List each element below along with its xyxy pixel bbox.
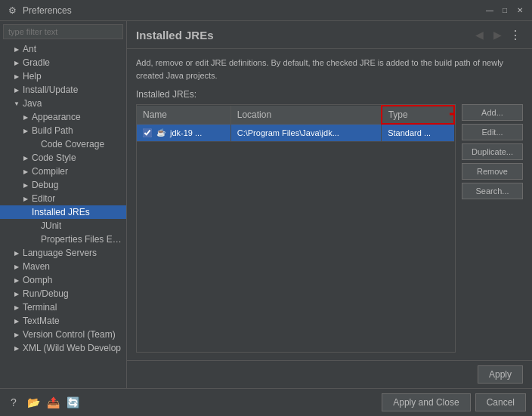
- chevron-right-icon: ▶: [12, 303, 21, 312]
- tree-container: ▶ Ant ▶ Gradle ▶ Help ▶ Install/Update ▼…: [0, 42, 126, 388]
- sidebar-item-label: Properties Files Editor: [41, 234, 123, 245]
- sidebar-item-label: Version Control (Team): [23, 329, 116, 340]
- sidebar-item-label: Code Style: [32, 153, 76, 163]
- chevron-right-icon: ▶: [21, 126, 30, 135]
- sidebar-item-help[interactable]: ▶ Help: [0, 69, 126, 83]
- panel-nav: ◀ ▶ ⋮: [472, 27, 523, 42]
- chevron-right-icon: ▶: [12, 316, 21, 325]
- sidebar-item-terminal[interactable]: ▶ Terminal: [0, 300, 126, 314]
- refresh-icon[interactable]: 🔄: [65, 395, 80, 410]
- jre-table: Name Location Type: [137, 105, 455, 142]
- edit-button[interactable]: Edit...: [462, 124, 523, 140]
- jre-name-cell: ☕ jdk-19 ...: [137, 124, 230, 141]
- chevron-right-icon: ▶: [12, 330, 21, 339]
- export-icon[interactable]: 📤: [45, 395, 60, 410]
- jre-table-container: Name Location Type: [136, 104, 523, 353]
- sidebar-item-run-debug[interactable]: ▶ Run/Debug: [0, 287, 126, 300]
- sidebar-item-maven[interactable]: ▶ Maven: [0, 260, 126, 273]
- panel-menu-button[interactable]: ⋮: [508, 27, 523, 42]
- chevron-right-icon: ▶: [12, 85, 21, 94]
- sidebar-item-xml[interactable]: ▶ XML (Wild Web Develop: [0, 341, 126, 355]
- sidebar-item-label: Java: [23, 98, 42, 109]
- sidebar-item-label: Maven: [23, 261, 50, 272]
- sidebar-item-label: Language Servers: [23, 248, 97, 258]
- sidebar-item-appearance[interactable]: ▶ Appearance: [0, 110, 126, 124]
- add-button[interactable]: Add...: [462, 104, 523, 121]
- window-title: Preferences: [23, 5, 484, 16]
- sidebar-item-install-update[interactable]: ▶ Install/Update: [0, 83, 126, 97]
- main-layout: ▶ Ant ▶ Gradle ▶ Help ▶ Install/Update ▼…: [0, 21, 532, 388]
- chevron-right-icon: ▶: [12, 45, 21, 54]
- footer-bar: ? 📂 📤 🔄 Apply and Close Cancel: [0, 388, 532, 416]
- table-row[interactable]: ☕ jdk-19 ... C:\Program Files\Java\jdk..…: [137, 124, 454, 141]
- filter-input[interactable]: [3, 24, 123, 39]
- sidebar-item-label: Terminal: [23, 302, 57, 313]
- sidebar-item-label: Debug: [32, 180, 58, 190]
- jre-table-wrapper: Name Location Type: [136, 104, 456, 353]
- sidebar-item-junit[interactable]: JUnit: [0, 219, 126, 233]
- sidebar-item-editor[interactable]: ▶ Editor: [0, 192, 126, 205]
- sidebar-item-installed-jres[interactable]: Installed JREs: [0, 205, 126, 219]
- jre-type-cell: Standard ...: [382, 124, 454, 141]
- chevron-right-icon: ▶: [12, 262, 21, 271]
- chevron-right-icon: ▶: [21, 167, 30, 176]
- sidebar-item-label: Install/Update: [23, 85, 78, 95]
- open-icon[interactable]: 📂: [26, 395, 41, 410]
- spacer-icon: [21, 208, 30, 217]
- side-buttons: Add... Edit... Duplicate... Remove Searc…: [462, 104, 523, 353]
- sidebar-item-label: Ant: [23, 44, 36, 54]
- sidebar-item-label: Installed JREs: [32, 207, 90, 217]
- maximize-button[interactable]: □: [499, 5, 511, 17]
- sidebar-item-language-servers[interactable]: ▶ Language Servers: [0, 246, 126, 260]
- minimize-button[interactable]: —: [484, 5, 496, 17]
- close-button[interactable]: ✕: [514, 5, 526, 17]
- sidebar-item-label: Appearance: [32, 112, 81, 122]
- sidebar-item-build-path[interactable]: ▶ Build Path: [0, 124, 126, 137]
- sidebar-item-properties-files[interactable]: Properties Files Editor: [0, 233, 126, 246]
- nav-back-button[interactable]: ◀: [472, 27, 487, 42]
- sidebar-item-code-style[interactable]: ▶ Code Style: [0, 151, 126, 165]
- remove-button[interactable]: Remove: [462, 163, 523, 180]
- cancel-button[interactable]: Cancel: [475, 393, 526, 411]
- app-icon: ⚙: [6, 5, 18, 17]
- apply-close-button[interactable]: Apply and Close: [382, 393, 470, 411]
- sidebar-item-label: Oomph: [23, 275, 52, 285]
- sidebar-item-label: Compiler: [32, 166, 68, 177]
- sidebar-item-version-control[interactable]: ▶ Version Control (Team): [0, 328, 126, 341]
- sidebar-item-label: Help: [23, 71, 42, 82]
- sidebar-item-label: Editor: [32, 193, 55, 204]
- help-icon[interactable]: ?: [6, 395, 21, 410]
- col-name: Name: [137, 106, 230, 124]
- spacer-icon: [30, 235, 39, 244]
- sidebar-item-compiler[interactable]: ▶ Compiler: [0, 165, 126, 178]
- chevron-right-icon: ▶: [21, 194, 30, 203]
- sidebar-item-label: Code Coverage: [41, 139, 104, 149]
- chevron-right-icon: ▶: [21, 153, 30, 162]
- sidebar-item-textmate[interactable]: ▶ TextMate: [0, 314, 126, 328]
- panel-content: Add, remove or edit JRE definitions. By …: [127, 49, 532, 360]
- panel-header: Installed JREs ◀ ▶ ⋮: [127, 21, 532, 49]
- search-button[interactable]: Search...: [462, 183, 523, 199]
- sidebar-item-ant[interactable]: ▶ Ant: [0, 42, 126, 56]
- duplicate-button[interactable]: Duplicate...: [462, 143, 523, 160]
- sidebar-item-debug[interactable]: ▶ Debug: [0, 178, 126, 192]
- apply-button[interactable]: Apply: [478, 365, 523, 384]
- sidebar-item-label: Build Path: [32, 125, 73, 136]
- sidebar-item-java[interactable]: ▼ Java: [0, 97, 126, 110]
- chevron-right-icon: ▶: [12, 344, 21, 353]
- sidebar-item-label: JUnit: [41, 220, 61, 231]
- chevron-right-icon: ▶: [12, 248, 21, 257]
- chevron-right-icon: ▶: [12, 289, 21, 298]
- jre-checkbox[interactable]: [143, 128, 152, 137]
- title-bar: ⚙ Preferences — □ ✕: [0, 0, 532, 21]
- chevron-right-icon: ▶: [21, 112, 30, 122]
- apply-bar: Apply: [127, 360, 532, 388]
- sidebar-item-label: TextMate: [23, 316, 60, 326]
- chevron-right-icon: ▶: [21, 180, 30, 190]
- chevron-right-icon: ▶: [12, 276, 21, 285]
- sidebar-item-code-coverage[interactable]: Code Coverage: [0, 137, 126, 151]
- panel-title: Installed JREs: [136, 29, 472, 42]
- sidebar-item-gradle[interactable]: ▶ Gradle: [0, 56, 126, 69]
- nav-forward-button[interactable]: ▶: [490, 27, 505, 42]
- sidebar-item-oomph[interactable]: ▶ Oomph: [0, 273, 126, 287]
